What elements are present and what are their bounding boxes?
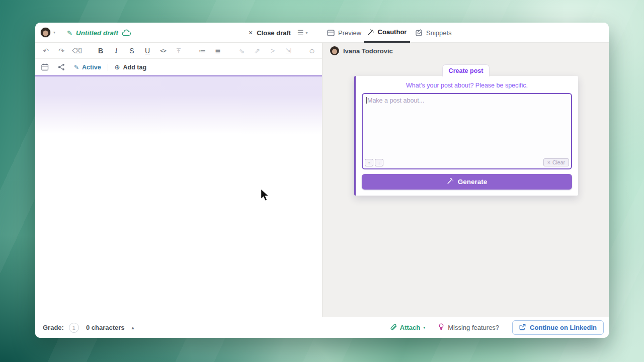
draft-title[interactable]: Untitled draft [76,29,118,37]
snippets-icon [416,29,423,36]
pen-icon: ✎ [74,64,79,71]
clear-button[interactable]: × Clear [543,158,569,166]
history-buttons: ↑ ↓ [365,159,383,166]
grade-label: Grade: [43,324,64,331]
missing-features-label: Missing features? [448,324,499,331]
chevron-tool-icon[interactable]: > [266,45,279,57]
missing-features-link[interactable]: Missing features? [438,323,499,332]
share-icon[interactable] [58,63,65,71]
document-meta-row: ✎ Active ⊕ Add tag [35,59,322,75]
tab-preview-label: Preview [338,29,361,37]
edit-pencil-icon: ✎ [67,29,72,37]
tab-snippets[interactable]: Snippets [416,23,452,43]
redo-icon[interactable]: ↷ [55,45,68,57]
hamburger-icon: ☰ [297,29,304,37]
chevron-up-icon[interactable]: ▲ [131,325,135,330]
divider [108,64,108,71]
history-down-button[interactable]: ↓ [375,159,383,166]
coauthor-header: Ivana Todorovic [330,46,393,55]
top-bar: ▾ ✎ Untitled draft × Close draft ☰ ▾ [35,23,609,43]
footer-bar: Grade: 1 0 characters ▲ Attach ▾ Missing… [35,317,609,338]
arrow-tool-icon-3[interactable]: ⇲ [282,45,295,57]
close-draft-label: Close draft [257,29,291,37]
grade-badge: 1 [69,323,79,333]
create-post-tab[interactable]: Create post [442,64,490,76]
post-question-label: What's your post about? Please be specif… [356,82,578,89]
add-tag-label: Add tag [123,64,147,71]
magic-wand-icon [367,29,374,36]
history-up-button[interactable]: ↑ [365,159,373,166]
numbered-list-icon[interactable]: ≣ [211,45,224,57]
formatting-toolbar: ↶ ↷ ⌫ B I S U <> Ŧ ≔ ≣ ⇘ ⇗ > ⇲ ☺ [35,43,322,59]
attach-label: Attach [400,324,420,331]
bullet-list-icon[interactable]: ≔ [196,45,209,57]
close-icon: × [249,29,253,37]
attach-button[interactable]: Attach ▾ [390,323,425,332]
character-count: 0 characters [86,324,125,331]
post-topic-placeholder: Make a post about... [367,97,424,104]
paperclip-icon [390,323,397,332]
status-active[interactable]: ✎ Active [74,64,101,71]
tab-coauthor[interactable]: Coauthor [364,23,410,43]
chevron-down-icon: ▾ [53,30,55,35]
app-window: ▾ ✎ Untitled draft × Close draft ☰ ▾ [35,23,609,338]
emoji-icon[interactable]: ☺ [305,45,318,57]
external-link-icon [519,324,526,332]
desktop-wallpaper: ▾ ✎ Untitled draft × Close draft ☰ ▾ [0,0,644,362]
chevron-down-icon: ▾ [306,31,308,35]
lightbulb-icon [438,323,444,332]
editor-canvas[interactable] [35,76,322,317]
underline-icon[interactable]: U [141,45,154,57]
clear-format-icon[interactable]: Ŧ [172,45,185,57]
mouse-cursor [260,188,272,203]
editor-top-accent [35,75,322,76]
generate-label: Generate [458,178,488,186]
clear-label: Clear [552,159,565,165]
eraser-icon[interactable]: ⌫ [70,45,84,57]
arrow-tool-icon-1[interactable]: ⇘ [235,45,248,57]
create-post-card: What's your post about? Please be specif… [354,76,578,196]
generate-button[interactable]: Generate [362,174,572,190]
magic-wand-icon [447,177,454,186]
tab-preview[interactable]: Preview [327,23,361,43]
code-icon[interactable]: <> [156,45,170,57]
chevron-down-icon: ▾ [423,325,425,330]
menu-button[interactable]: ☰ ▾ [297,23,308,43]
preview-icon [327,30,335,36]
coauthor-avatar [330,46,339,55]
draft-title-group: ✎ Untitled draft [67,23,131,43]
close-draft-button[interactable]: × Close draft [249,23,291,43]
cloud-sync-icon [122,29,131,36]
profile-menu[interactable]: ▾ [40,27,55,38]
calendar-icon[interactable] [41,63,49,71]
strikethrough-icon[interactable]: S [125,45,138,57]
coauthor-panel: Ivana Todorovic Create post What's your … [322,43,609,317]
plus-circle-icon: ⊕ [115,63,120,71]
linkedin-button-label: Continue on LinkedIn [530,324,597,331]
tab-coauthor-label: Coauthor [378,28,407,36]
user-avatar[interactable] [40,27,51,38]
bold-icon[interactable]: B [94,45,107,57]
text-caret [366,97,367,104]
continue-on-linkedin-button[interactable]: Continue on LinkedIn [512,320,604,335]
coauthor-name: Ivana Todorovic [343,47,393,55]
arrow-tool-icon-2[interactable]: ⇗ [251,45,264,57]
tab-snippets-label: Snippets [426,29,452,37]
status-active-label: Active [82,64,101,71]
add-tag-button[interactable]: ⊕ Add tag [115,63,146,71]
undo-icon[interactable]: ↶ [39,45,52,57]
post-topic-input[interactable]: Make a post about... ↑ ↓ × Clear [362,93,572,169]
italic-icon[interactable]: I [110,45,123,57]
clear-x-icon: × [547,159,550,165]
